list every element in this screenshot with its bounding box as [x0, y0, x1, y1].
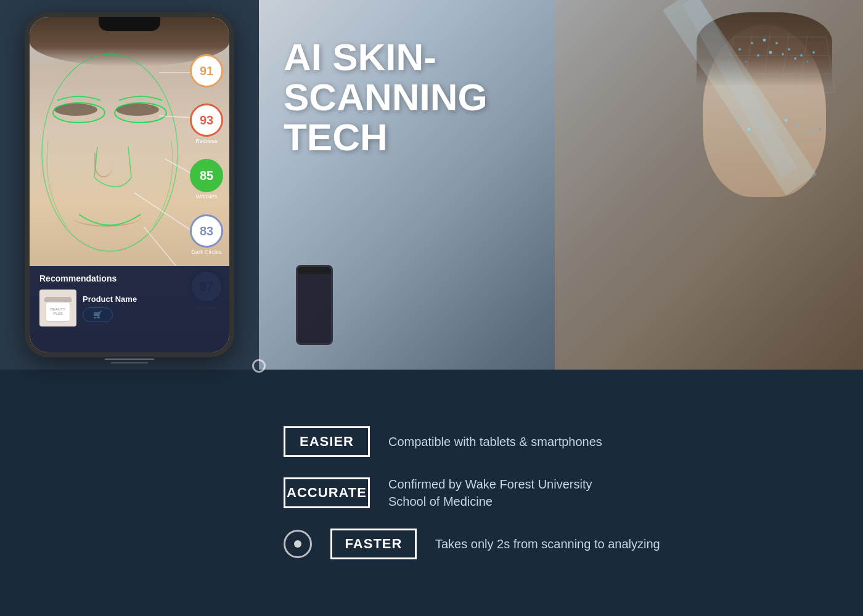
hero-heading: AI SKIN- SCANNING TECH: [284, 37, 488, 157]
svg-point-14: [812, 51, 815, 54]
badge-circle-93: 93: [190, 103, 223, 137]
svg-point-0: [53, 103, 105, 123]
svg-point-25: [785, 119, 788, 122]
feature-desc-accurate: Confirmed by Wake Forest UniversitySchoo…: [388, 476, 592, 510]
cart-button[interactable]: 🛒: [83, 307, 113, 322]
phone-stand: [105, 359, 154, 363]
feature-badge-accurate: ACCURATE: [284, 477, 370, 508]
badge-circle-85: 85: [190, 159, 223, 192]
top-section: 91 93 Redness 85 Wrinkles 83: [0, 0, 863, 370]
badge-circle-83: 83: [190, 214, 223, 248]
faster-circle-icon: [284, 530, 312, 558]
recommendations-title: Recommendations: [39, 274, 219, 283]
svg-point-15: [745, 61, 747, 63]
hero-title-line2: SCANNING: [284, 76, 488, 118]
hero-title-line1: AI SKIN-: [284, 36, 436, 78]
svg-point-8: [738, 48, 741, 51]
feature-row-accurate: ACCURATE Confirmed by Wake Forest Univer…: [284, 476, 826, 510]
connector-dot: [252, 359, 266, 373]
phone-recommendations: Recommendations BEAUTYPLUS: [30, 266, 229, 352]
score-badge-93: 93 Redness: [190, 103, 223, 144]
svg-point-1: [115, 103, 166, 123]
feature-row-faster: FASTER Takes only 2s from scanning to an…: [284, 529, 826, 559]
feature-desc-easier: Compatible with tablets & smartphones: [388, 433, 602, 450]
svg-point-26: [797, 125, 800, 128]
svg-point-19: [794, 57, 796, 60]
features-list: EASIER Compatible with tablets & smartph…: [284, 426, 826, 559]
badge-circle-91: 91: [190, 54, 223, 87]
svg-line-39: [798, 36, 808, 95]
bottom-section: EASIER Compatible with tablets & smartph…: [0, 370, 863, 616]
feature-badge-accurate-label: ACCURATE: [287, 485, 367, 501]
svg-line-38: [780, 33, 789, 95]
feature-badge-easier-label: EASIER: [300, 434, 354, 450]
rec-product: BEAUTYPLUS Product Name 🛒: [39, 290, 219, 326]
score-badge-85: 85 Wrinkles: [190, 159, 223, 200]
svg-point-18: [782, 53, 784, 55]
svg-point-12: [788, 48, 790, 51]
feature-badge-easier: EASIER: [284, 426, 370, 457]
svg-line-30: [690, 0, 789, 172]
cart-icon: 🛒: [93, 310, 102, 319]
product-info: Product Name 🛒: [83, 294, 219, 322]
phone-face: 91 93 Redness 85 Wrinkles 83: [30, 17, 229, 352]
svg-point-2: [42, 54, 178, 251]
woman-bg: [555, 0, 863, 370]
hero-title: AI SKIN- SCANNING TECH: [284, 37, 488, 157]
svg-point-11: [775, 42, 778, 44]
feature-badge-faster: FASTER: [330, 529, 417, 559]
feature-badge-faster-label: FASTER: [345, 536, 403, 552]
svg-point-27: [809, 131, 812, 134]
svg-line-40: [826, 37, 835, 92]
svg-line-37: [761, 32, 771, 95]
product-jar: BEAUTYPLUS: [39, 290, 76, 326]
scan-overlay: [555, 0, 863, 370]
svg-point-20: [807, 61, 809, 63]
faster-inner-dot: [294, 540, 301, 548]
phone-notch: [99, 17, 160, 31]
phone-mockup: 91 93 Redness 85 Wrinkles 83: [25, 12, 234, 357]
badge-label-redness: Redness: [195, 138, 218, 144]
hand-phone: [296, 265, 333, 345]
svg-line-6: [134, 193, 193, 232]
phone-area: 91 93 Redness 85 Wrinkles 83: [0, 0, 259, 370]
connector-area: [252, 359, 266, 373]
badge-label-wrinkles: Wrinkles: [196, 193, 217, 200]
svg-point-17: [769, 51, 772, 54]
svg-point-9: [751, 42, 753, 44]
feature-desc-faster: Takes only 2s from scanning to analyzing: [435, 535, 660, 553]
score-badge-91: 91: [190, 54, 223, 87]
badge-label-darkcircles: Dark Circles: [191, 249, 221, 255]
feature-row-easier: EASIER Compatible with tablets & smartph…: [284, 426, 826, 457]
hero-title-line3: TECH: [284, 116, 388, 158]
svg-point-28: [819, 129, 821, 131]
svg-line-5: [165, 159, 193, 174]
product-name: Product Name: [83, 294, 219, 304]
score-badge-83: 83 Dark Circles: [190, 214, 223, 255]
svg-point-10: [763, 39, 766, 42]
hero-text-area: AI SKIN- SCANNING TECH: [259, 0, 863, 370]
